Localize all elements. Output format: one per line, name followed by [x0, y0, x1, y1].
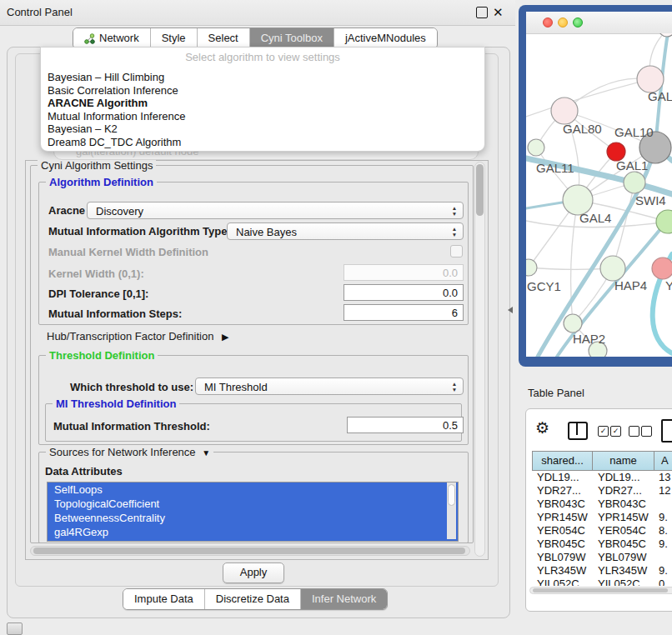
kernel-width-field[interactable]: 0.0 [344, 264, 464, 281]
dock-icon[interactable] [7, 622, 23, 635]
data-attribute-option-betweennesscentrality[interactable]: BetweennessCentrality [48, 511, 458, 525]
dpi-tolerance-label: DPI Tolerance [0,1]: [48, 288, 148, 300]
sources-legend[interactable]: Sources for Network Inference ▼ [46, 446, 213, 458]
network-node-hap2[interactable] [564, 314, 582, 332]
tab-select[interactable]: Select [197, 28, 249, 48]
table-cell: YDR27... [532, 484, 593, 498]
attributes-scrollbar[interactable] [447, 482, 456, 539]
network-node-y[interactable] [652, 258, 672, 279]
table-horizontal-scrollbar[interactable] [529, 587, 672, 594]
column-header-name[interactable]: name [593, 451, 654, 471]
network-node-hap4[interactable] [600, 256, 625, 281]
table-cell: YLR345W [532, 564, 593, 578]
table-row[interactable]: YER054CYER054C8. [532, 524, 672, 538]
hub-definition-toggle[interactable]: Hub/Transcription Factor Definition ▶ [47, 330, 228, 342]
manual-kernel-checkbox[interactable] [450, 245, 463, 258]
tab-label: Style [162, 28, 186, 48]
sources-legend-label: Sources for Network Inference [49, 446, 196, 458]
close-icon[interactable]: ✕ [493, 4, 504, 21]
apply-button[interactable]: Apply [223, 562, 284, 583]
node-label-gal11: GAL11 [536, 161, 574, 175]
tab-infer-network[interactable]: Infer Network [300, 589, 387, 609]
network-node-gal80[interactable] [551, 98, 578, 124]
column-header-shared[interactable]: shared... [532, 451, 593, 471]
table-cell: YER054C [593, 524, 654, 538]
settings-vscroll-thumb[interactable] [476, 164, 484, 216]
table-row[interactable]: YDL19...YDL19...13 [532, 471, 672, 484]
hub-definition-label: Hub/Transcription Factor Definition [47, 330, 213, 342]
table-cell: YDL19... [532, 471, 593, 484]
network-edge [526, 79, 650, 117]
node-label-gal10: GAL10 [614, 125, 654, 139]
algorithm-option-aracne-algorithm[interactable]: ARACNE Algorithm [41, 97, 484, 110]
combo-spinner-icon: ▲▼ [450, 226, 459, 238]
table-row[interactable]: YPR145WYPR145W9. [532, 511, 672, 524]
select-all-checkbox-icon[interactable]: ✓ [610, 426, 621, 437]
network-icon [84, 33, 95, 44]
cyni-algorithm-settings-legend: Cyni Algorithm Settings [38, 159, 156, 172]
network-node-gal11[interactable] [528, 139, 544, 156]
tab-style[interactable]: Style [150, 28, 197, 48]
table-hscroll-thumb[interactable] [533, 588, 668, 592]
tab-discretize-data[interactable]: Discretize Data [204, 589, 300, 609]
algorithm-option-bayesian-hill-climbing[interactable]: Bayesian – Hill Climbing [41, 71, 484, 84]
mi-threshold-label: Mutual Information Threshold: [53, 420, 210, 432]
column-header-a[interactable]: A [654, 451, 672, 471]
export-table-icon[interactable] [661, 419, 672, 442]
float-panel-icon[interactable] [476, 7, 488, 18]
control-panel-title: Control Panel [7, 0, 73, 25]
dpi-tolerance-field[interactable]: 0.0 [344, 284, 464, 301]
tab-label: Network [99, 28, 139, 48]
data-attributes-list[interactable]: SelfLoopsTopologicalCoefficientBetweenne… [47, 482, 459, 542]
manual-kernel-label: Manual Kernel Width Definition [48, 246, 208, 258]
network-window-titlebar[interactable] [526, 12, 672, 34]
tab-label: Infer Network [312, 589, 376, 609]
network-node-gal1[interactable] [624, 172, 645, 193]
table-cell [654, 551, 672, 564]
panel-collapse-arrow-icon[interactable] [508, 307, 513, 313]
data-attribute-option-topologicalcoefficient[interactable]: TopologicalCoefficient [48, 497, 458, 511]
table-row[interactable]: YBL079WYBL079W [532, 551, 672, 564]
mi-threshold-field[interactable]: 0.5 [347, 417, 464, 433]
network-canvas[interactable]: GALGAL80GAL10GAL11GAL1SWI4GAL4GCY1HAP4YH… [526, 33, 672, 357]
tab-jactivemnodules[interactable]: jActiveMNodules [333, 28, 437, 48]
settings-horizontal-scrollbar[interactable] [30, 546, 470, 556]
data-attribute-option-gal4rgexp[interactable]: gal4RGexp [48, 525, 458, 539]
settings-hscroll-thumb[interactable] [33, 548, 465, 554]
table-row[interactable]: YBR043CYBR043C [532, 498, 672, 511]
tab-cyni-toolbox[interactable]: Cyni Toolbox [249, 28, 333, 48]
table-row[interactable]: YIL052CYIL052C0. [532, 578, 672, 586]
algorithm-option-dream8-dc-tdc-algorithm[interactable]: Dream8 DC_TDC Algorithm [41, 136, 484, 149]
select-all-checkbox-icon[interactable]: ✓ [598, 426, 609, 437]
algorithm-option-mutual-information-inference[interactable]: Mutual Information Inference [41, 110, 484, 123]
node-label-gal: GAL [648, 89, 672, 103]
table-cell: YPR145W [593, 511, 654, 524]
table-row[interactable]: YLR345WYLR345W9. [532, 564, 672, 578]
tab-impute-data[interactable]: Impute Data [123, 589, 204, 609]
table-panel-title: Table Panel [528, 387, 584, 399]
data-attribute-option-selfloops[interactable]: SelfLoops [48, 482, 458, 497]
attributes-scrollbar-thumb[interactable] [448, 484, 455, 506]
table-cell: 9. [654, 564, 672, 578]
mi-steps-field[interactable]: 6 [344, 304, 464, 321]
minimize-traffic-light-icon[interactable] [558, 18, 568, 28]
gear-icon[interactable]: ⚙ [535, 418, 549, 439]
tab-network[interactable]: Network [73, 28, 150, 48]
split-columns-icon[interactable] [568, 422, 588, 440]
table-row[interactable]: YDR27...YDR27...12 [532, 484, 672, 498]
deselect-all-checkbox-icon[interactable] [641, 426, 652, 437]
aracne-mode-select[interactable]: Discovery ▲▼ [87, 202, 464, 219]
mi-type-select[interactable]: Naive Bayes ▲▼ [227, 222, 464, 240]
deselect-all-checkbox-icon[interactable] [629, 426, 639, 437]
algorithm-option-basic-correlation-inference[interactable]: Basic Correlation Inference [41, 84, 484, 98]
aracne-mode-value: Discovery [96, 205, 143, 218]
close-traffic-light-icon[interactable] [543, 18, 553, 28]
zoom-traffic-light-icon[interactable] [573, 18, 583, 28]
network-node-gcy1[interactable] [526, 259, 537, 276]
algorithm-option-bayesian-k2[interactable]: Bayesian – K2 [41, 122, 484, 136]
mi-threshold-legend: MI Threshold Definition [53, 398, 179, 410]
settings-vertical-scrollbar[interactable] [474, 162, 485, 557]
table-cell: 13 [654, 471, 672, 484]
table-row[interactable]: YBR045CYBR045C9. [532, 538, 672, 551]
which-threshold-select[interactable]: MI Threshold ▲▼ [195, 378, 464, 395]
